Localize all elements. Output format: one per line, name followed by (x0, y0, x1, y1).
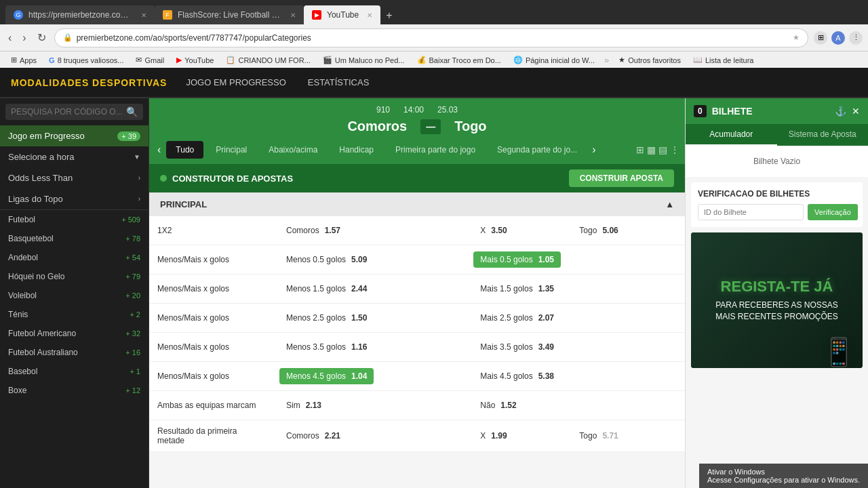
view-icon-4[interactable]: ⋮ (670, 144, 679, 155)
outcome-mais-25[interactable]: Mais 2.5 golos 2.07 (465, 304, 685, 333)
outcome-sim-btn[interactable]: Sim 2.13 (279, 397, 328, 413)
back-button[interactable]: ‹ (5, 29, 14, 47)
sport-basebol[interactable]: Basebol + 1 (0, 362, 149, 381)
tab-abaixo-acima[interactable]: Abaixo/acima (259, 141, 327, 159)
outcome-comoros-metade-btn[interactable]: Comoros 2.21 (279, 428, 347, 444)
tab-primeira-parte[interactable]: Primeira parte do jogo (386, 141, 485, 159)
nav-estatisticas[interactable]: ESTATÍSTICAS (305, 73, 372, 92)
tab-close-3[interactable]: ✕ (367, 12, 372, 19)
sidebar-item-odds[interactable]: Odds Less Than › (0, 167, 149, 188)
outcome-menos-35[interactable]: Menos 3.5 golos 1.16 (271, 333, 465, 362)
outcome-mais-15[interactable]: Mais 1.5 golos 1.35 (465, 274, 685, 304)
star-icon[interactable]: ★ (793, 33, 800, 42)
menu-icon[interactable]: ⋮ (849, 31, 863, 45)
outcome-menos-15-btn[interactable]: Menos 1.5 golos 2.44 (279, 281, 374, 297)
outcome-mais-15-btn[interactable]: Mais 1.5 golos 1.35 (473, 281, 561, 297)
reload-button[interactable]: ↻ (35, 28, 49, 47)
bookmark-maluco[interactable]: 🎬 Um Maluco no Ped... (317, 54, 410, 66)
outcome-togo-btn[interactable]: Togo 5.06 (572, 222, 625, 239)
outcome-menos-15[interactable]: Menos 1.5 golos 2.44 (271, 274, 465, 304)
outcome-x-btn[interactable]: X 3.50 (473, 222, 513, 239)
outcome-x-metade-btn[interactable]: X 1.99 (473, 428, 513, 444)
sport-futebol[interactable]: Futebol + 509 (0, 210, 149, 229)
bookmark-apps[interactable]: ⊞ Apps (5, 54, 42, 66)
outcome-menos-25-btn[interactable]: Menos 2.5 golos 1.50 (279, 310, 374, 326)
extensions-icon[interactable]: ⊞ (814, 31, 827, 45)
sport-voleibol[interactable]: Voleibol + 20 (0, 286, 149, 305)
outcome-comoros-btn[interactable]: Comoros 1.57 (279, 222, 347, 239)
new-tab-button[interactable]: + (380, 7, 397, 24)
outcome-menos-05[interactable]: Menos 0.5 golos 5.09 (271, 245, 465, 274)
bookmark-baixar[interactable]: 💰 Baixar Troco em Do... (412, 54, 507, 66)
outcome-nao-btn[interactable]: Não 1.52 (473, 397, 523, 413)
verificar-button[interactable]: Verificação (808, 204, 858, 220)
outcome-togo-metade-btn[interactable]: Togo 5.71 (572, 428, 625, 444)
tab-1[interactable]: G https://premierbetzone.com/ao... ✕ (5, 5, 155, 24)
outcome-togo[interactable]: Togo 5.06 (564, 216, 685, 245)
bookmark-youtube[interactable]: ▶ YouTube (171, 54, 219, 66)
bookmark-8truques[interactable]: G 8 truques valiosos... (43, 55, 129, 66)
sport-boxe[interactable]: Boxe + 12 (0, 381, 149, 400)
view-icon-2[interactable]: ▦ (647, 144, 656, 155)
nav-jogo-progresso[interactable]: JOGO EM PROGRESSO (183, 73, 288, 92)
bookmarks-overflow[interactable]: » (601, 55, 612, 65)
bet-slip-tab-acumulador[interactable]: Acumulador (686, 124, 777, 146)
sidebar-item-ligas[interactable]: Ligas do Topo › (0, 188, 149, 209)
outcome-menos-25[interactable]: Menos 2.5 golos 1.50 (271, 304, 465, 333)
outcome-mais-45[interactable]: Mais 4.5 golos 5.38 (465, 362, 685, 391)
construir-aposta-button[interactable]: CONSTRUIR APOSTA (569, 169, 674, 187)
bookmark-pagina[interactable]: 🌐 Página inicial do W... (508, 54, 600, 66)
bookmark-criando[interactable]: 📋 CRIANDO UM FOR... (220, 54, 315, 66)
bookmark-gmail[interactable]: ✉ Gmail (130, 54, 170, 66)
outcome-mais-25-btn[interactable]: Mais 2.5 golos 2.07 (473, 310, 561, 326)
sport-futebol-americano[interactable]: Futebol Americano + 32 (0, 324, 149, 343)
verification-input[interactable] (698, 204, 804, 220)
tab-segunda-parte[interactable]: Segunda parte do jo... (488, 141, 587, 159)
bookmark-outros[interactable]: ★ Outros favoritos (613, 54, 686, 66)
bookmark-lista[interactable]: 📖 Lista de leitura (688, 54, 760, 66)
tab-close-1[interactable]: ✕ (141, 12, 146, 19)
outcome-comoros[interactable]: Comoros 1.57 (271, 216, 465, 245)
tab-prev-button[interactable]: ‹ (155, 141, 163, 159)
tab-tudo[interactable]: Tudo (166, 141, 203, 159)
tab-close-2[interactable]: ✕ (290, 12, 296, 19)
search-box[interactable]: 🔍 (5, 104, 143, 120)
sidebar-item-jogo-progresso[interactable]: Jogo em Progresso + 39 (0, 125, 149, 146)
outcome-sim[interactable]: Sim 2.13 (271, 391, 465, 420)
profile-icon[interactable]: A (831, 31, 845, 45)
view-icon-1[interactable]: ⊞ (636, 144, 644, 155)
outcome-menos-35-btn[interactable]: Menos 3.5 golos 1.16 (279, 339, 374, 355)
tab-next-button[interactable]: › (589, 141, 598, 159)
view-icon-3[interactable]: ▤ (658, 144, 667, 155)
sport-andebol[interactable]: Andebol + 54 (0, 248, 149, 267)
outcome-nao[interactable]: Não 1.52 (465, 391, 685, 420)
market-section-collapse[interactable]: ▲ (665, 199, 674, 209)
url-bar[interactable]: 🔒 premierbetzone.com/ao/sports/event/778… (54, 28, 808, 47)
outcome-mais-35-btn[interactable]: Mais 3.5 golos 3.49 (473, 339, 561, 355)
outcome-x-metade[interactable]: X 1.99 (465, 420, 564, 452)
outcome-x[interactable]: X 3.50 (465, 216, 564, 245)
outcome-menos-45[interactable]: Menos 4.5 golos 1.04 (271, 362, 465, 391)
forward-button[interactable]: › (20, 29, 28, 47)
bet-slip-close-icon[interactable]: ✕ (852, 106, 860, 117)
outcome-mais-35[interactable]: Mais 3.5 golos 3.49 (465, 333, 685, 362)
bet-slip-tab-sistema[interactable]: Sistema de Aposta (777, 124, 869, 146)
outcome-menos-05-btn[interactable]: Menos 0.5 golos 5.09 (279, 251, 374, 268)
search-input[interactable] (11, 107, 123, 117)
tab-3[interactable]: ▶ YouTube ✕ (304, 5, 380, 24)
tab-handicap[interactable]: Handicap (330, 141, 383, 159)
outcome-mais-05-btn[interactable]: Mais 0.5 golos 1.05 (473, 251, 561, 268)
sport-tenis[interactable]: Ténis + 2 (0, 305, 149, 324)
sport-basquetebol[interactable]: Basquetebol + 78 (0, 229, 149, 248)
tab-principal[interactable]: Principal (206, 141, 256, 159)
sport-futebol-australiano[interactable]: Futebol Australiano + 16 (0, 343, 149, 362)
bet-slip-anchor-icon[interactable]: ⚓ (835, 106, 846, 117)
outcome-togo-metade[interactable]: Togo 5.71 (564, 420, 685, 452)
tab-2[interactable]: F FlashScore: Live Football Sc... ✕ (155, 5, 304, 24)
outcome-comoros-metade[interactable]: Comoros 2.21 (271, 420, 465, 452)
outcome-mais-45-btn[interactable]: Mais 4.5 golos 5.38 (473, 368, 561, 384)
sidebar-item-selecione[interactable]: Selecione a hora ▼ (0, 146, 149, 167)
sport-hoquei[interactable]: Hóquei no Gelo + 79 (0, 267, 149, 286)
outcome-mais-05[interactable]: Mais 0.5 golos 1.05 (465, 245, 685, 274)
outcome-menos-45-btn[interactable]: Menos 4.5 golos 1.04 (279, 368, 374, 384)
